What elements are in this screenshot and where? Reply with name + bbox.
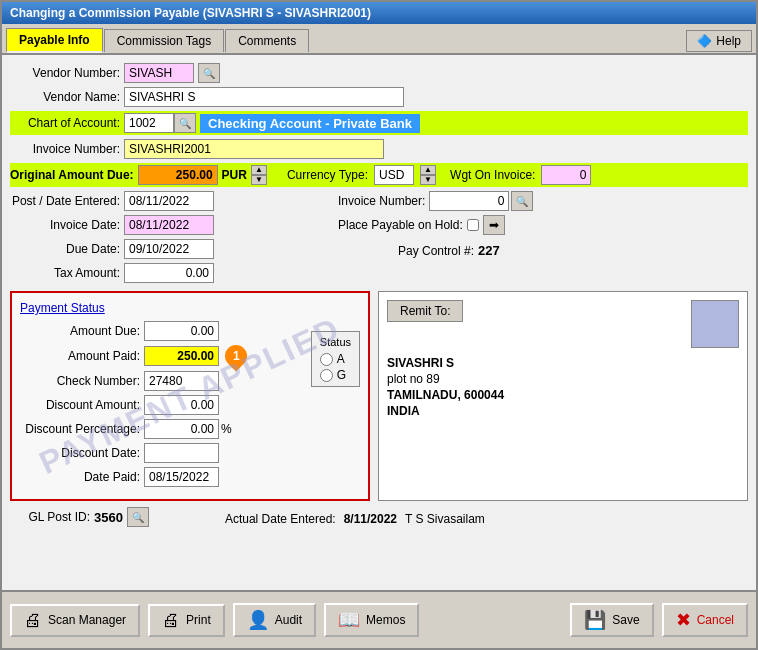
amount-due-label: Amount Due: xyxy=(20,324,140,338)
pur-label: PUR xyxy=(222,168,247,182)
payment-status-title[interactable]: Payment Status xyxy=(20,301,360,315)
memos-button[interactable]: 📖 Memos xyxy=(324,603,419,637)
tax-amount-label: Tax Amount: xyxy=(10,266,120,280)
status-group: Status A G xyxy=(311,331,360,387)
discount-amount-input[interactable] xyxy=(144,395,219,415)
title-bar: Changing a Commission Payable (SIVASHRI … xyxy=(2,2,756,24)
save-icon: 💾 xyxy=(584,609,606,631)
scan-manager-button[interactable]: 🖨 Scan Manager xyxy=(10,604,140,637)
tax-amount-input[interactable] xyxy=(124,263,214,283)
post-date-row: Post / Date Entered: xyxy=(10,191,330,211)
main-content: Vendor Number: 🔍 Vendor Name: Chart of A… xyxy=(2,55,756,590)
pin-badge: 1 xyxy=(220,340,251,371)
gl-post-row: GL Post ID: 3560 🔍 xyxy=(10,507,149,527)
amount-paid-label: Amount Paid: xyxy=(20,349,140,363)
date-paid-label: Date Paid: xyxy=(20,470,140,484)
date-paid-input[interactable] xyxy=(144,467,219,487)
invoice-number2-row: Invoice Number: 🔍 xyxy=(338,191,748,211)
currency-type-label: Currency Type: xyxy=(287,168,368,182)
discount-pct-label: Discount Percentage: xyxy=(20,422,140,436)
chart-of-account-input[interactable] xyxy=(124,113,174,133)
currency-up-button[interactable]: ▲ xyxy=(420,165,436,175)
discount-pct-input[interactable] xyxy=(144,419,219,439)
original-amount-row: Original Amount Due: PUR ▲ ▼ Currency Ty… xyxy=(10,163,748,187)
chart-description: Checking Account - Private Bank xyxy=(200,114,420,133)
status-radio-a-input[interactable] xyxy=(320,353,333,366)
tab-bar: Payable Info Commission Tags Comments 🔷 … xyxy=(2,24,756,55)
invoice-date-row: Invoice Date: xyxy=(10,215,330,235)
help-button[interactable]: 🔷 Help xyxy=(686,30,752,52)
amount-paid-input[interactable] xyxy=(144,346,219,366)
pur-down-button[interactable]: ▼ xyxy=(251,175,267,185)
vendor-number-label: Vendor Number: xyxy=(10,66,120,80)
place-payable-row: Place Payable on Hold: ➡ xyxy=(338,215,748,235)
currency-type-input[interactable] xyxy=(374,165,414,185)
invoice-number2-input[interactable] xyxy=(429,191,509,211)
check-number-input[interactable] xyxy=(144,371,219,391)
invoice-date-input[interactable] xyxy=(124,215,214,235)
original-amount-label: Original Amount Due: xyxy=(10,168,134,182)
print-button[interactable]: 🖨 Print xyxy=(148,604,225,637)
window-title: Changing a Commission Payable (SIVASHRI … xyxy=(10,6,371,20)
amount-due-input[interactable] xyxy=(144,321,219,341)
invoice-number2-label: Invoice Number: xyxy=(338,194,425,208)
vendor-name-row: Vendor Name: xyxy=(10,87,748,107)
pur-up-button[interactable]: ▲ xyxy=(251,165,267,175)
remit-to-button[interactable]: Remit To: xyxy=(387,300,463,322)
cancel-icon: ✖ xyxy=(676,609,691,631)
date-paid-row: Date Paid: xyxy=(20,467,303,487)
scan-manager-icon: 🖨 xyxy=(24,610,42,631)
vendor-search-button[interactable]: 🔍 xyxy=(198,63,220,83)
remit-image xyxy=(691,300,739,348)
tab-commission-tags[interactable]: Commission Tags xyxy=(104,29,224,52)
place-payable-checkbox[interactable] xyxy=(467,219,479,231)
footer-bar: 🖨 Scan Manager 🖨 Print 👤 Audit 📖 Memos 💾… xyxy=(2,590,756,648)
status-title: Status xyxy=(320,336,351,348)
post-date-label: Post / Date Entered: xyxy=(10,194,120,208)
actual-date-row: Actual Date Entered: 8/11/2022 T S Sivas… xyxy=(225,512,485,526)
tab-payable-info[interactable]: Payable Info xyxy=(6,28,103,53)
payment-status-box: PAYMENT APPLIED Payment Status Amount Du… xyxy=(10,291,370,501)
chart-of-account-row: Chart of Account: 🔍 Checking Account - P… xyxy=(10,111,748,135)
vendor-name-input[interactable] xyxy=(124,87,404,107)
pay-control-label: Pay Control #: xyxy=(398,244,474,258)
cancel-button[interactable]: ✖ Cancel xyxy=(662,603,748,637)
invoice-number-input[interactable] xyxy=(124,139,384,159)
check-number-label: Check Number: xyxy=(20,374,140,388)
vendor-number-input[interactable] xyxy=(124,63,194,83)
print-icon: 🖨 xyxy=(162,610,180,631)
discount-date-input[interactable] xyxy=(144,443,219,463)
currency-group: Currency Type: ▲ ▼ Wgt On Invoice: xyxy=(287,165,592,185)
invoice-number-row: Invoice Number: xyxy=(10,139,748,159)
currency-down-button[interactable]: ▼ xyxy=(420,175,436,185)
original-amount-input[interactable] xyxy=(138,165,218,185)
remit-to-box: Remit To: SIVASHRI S plot no 89 TAMILNAD… xyxy=(378,291,748,501)
save-button[interactable]: 💾 Save xyxy=(570,603,653,637)
pay-control-value: 227 xyxy=(478,243,500,258)
status-radio-g-input[interactable] xyxy=(320,369,333,382)
gl-post-search-button[interactable]: 🔍 xyxy=(127,507,149,527)
due-date-input[interactable] xyxy=(124,239,214,259)
amount-paid-row: Amount Paid: 1 xyxy=(20,345,303,367)
place-payable-arrow-button[interactable]: ➡ xyxy=(483,215,505,235)
tab-comments[interactable]: Comments xyxy=(225,29,309,52)
actual-date-user: T S Sivasailam xyxy=(405,512,485,526)
chart-search-button[interactable]: 🔍 xyxy=(174,113,196,133)
amount-due-row: Amount Due: xyxy=(20,321,303,341)
discount-date-row: Discount Date: xyxy=(20,443,303,463)
invoice-date-label: Invoice Date: xyxy=(10,218,120,232)
wgt-label: Wgt On Invoice: xyxy=(450,168,535,182)
pur-spinner[interactable]: ▲ ▼ xyxy=(251,165,267,185)
vendor-number-row: Vendor Number: 🔍 xyxy=(10,63,748,83)
tax-amount-row: Tax Amount: xyxy=(10,263,330,283)
place-payable-label: Place Payable on Hold: xyxy=(338,218,463,232)
audit-button[interactable]: 👤 Audit xyxy=(233,603,316,637)
discount-amount-row: Discount Amount: xyxy=(20,395,303,415)
post-date-input[interactable] xyxy=(124,191,214,211)
wgt-input[interactable] xyxy=(541,165,591,185)
remit-address: SIVASHRI S plot no 89 TAMILNADU, 600044 … xyxy=(387,356,739,418)
invoice-search-button[interactable]: 🔍 xyxy=(511,191,533,211)
status-radio-g: G xyxy=(320,368,351,382)
main-window: Changing a Commission Payable (SIVASHRI … xyxy=(0,0,758,650)
due-date-row: Due Date: xyxy=(10,239,330,259)
